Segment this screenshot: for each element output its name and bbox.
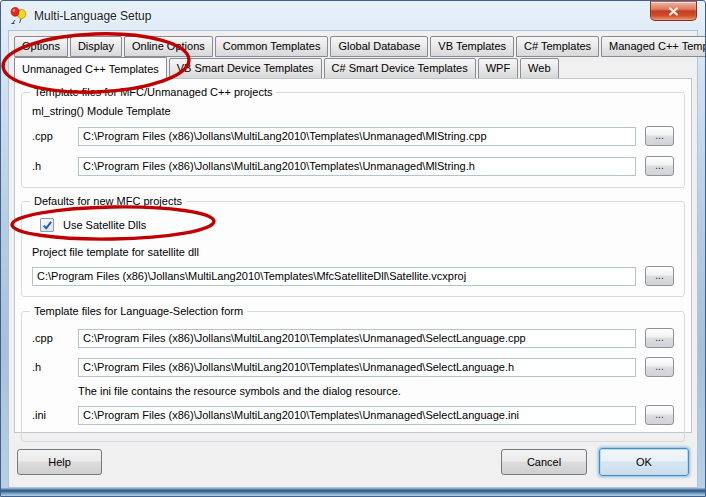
tab-unmanaged-cpp-templates[interactable]: Unmanaged C++ Templates xyxy=(14,57,167,80)
satellite-project-browse-button[interactable]: ... xyxy=(645,266,674,286)
tab-web[interactable]: Web xyxy=(520,58,558,79)
langsel-h-path-input[interactable] xyxy=(78,358,636,377)
group-title: Template files for Language-Selection fo… xyxy=(30,305,247,318)
title-bar[interactable]: Multi-Language Setup xyxy=(1,1,705,30)
langsel-cpp-path-input[interactable] xyxy=(78,329,636,348)
window-title: Multi-Language Setup xyxy=(34,9,151,23)
tab-csharp-smart-device-templates[interactable]: C# Smart Device Templates xyxy=(324,58,476,79)
dialog-multi-language-setup: Multi-Language Setup Options Display Onl… xyxy=(0,0,706,497)
tabpage-unmanaged-cpp-templates: Template files for MFC/Unmanaged C++ pro… xyxy=(14,78,692,433)
mfc-cpp-path-input[interactable] xyxy=(78,127,636,146)
h-file-label: .h xyxy=(32,361,78,373)
dialog-client-area: Options Display Online Options Common Te… xyxy=(8,30,698,488)
tab-global-database[interactable]: Global Database xyxy=(330,36,428,57)
close-icon xyxy=(668,7,679,16)
cancel-button[interactable]: Cancel xyxy=(501,449,587,475)
langsel-ini-path-input[interactable] xyxy=(78,406,636,425)
tab-managed-cpp-templates[interactable]: Managed C++ Templates xyxy=(601,36,706,57)
langsel-ini-browse-button[interactable]: ... xyxy=(645,405,674,425)
tab-strip-row1: Options Display Online Options Common Te… xyxy=(14,36,692,57)
checkbox-box[interactable] xyxy=(40,218,54,232)
project-template-label: Project file template for satellite dll xyxy=(32,246,674,258)
app-icon xyxy=(10,7,28,25)
use-satellite-dlls-checkbox[interactable]: Use Satellite Dlls xyxy=(40,218,674,232)
tab-online-options[interactable]: Online Options xyxy=(124,36,213,57)
ok-button[interactable]: OK xyxy=(599,448,689,476)
mfc-cpp-browse-button[interactable]: ... xyxy=(645,126,674,146)
langsel-h-browse-button[interactable]: ... xyxy=(645,357,674,377)
ini-note: The ini file contains the resource symbo… xyxy=(78,385,674,397)
group-language-selection-form: Template files for Language-Selection fo… xyxy=(21,311,685,442)
h-file-label: .h xyxy=(32,160,78,172)
tab-csharp-templates[interactable]: C# Templates xyxy=(516,36,599,57)
tab-wpf[interactable]: WPF xyxy=(478,58,518,79)
ini-file-label: .ini xyxy=(32,409,78,421)
cpp-file-label: .cpp xyxy=(32,130,78,142)
satellite-project-path-input[interactable] xyxy=(32,267,636,286)
tab-vb-smart-device-templates[interactable]: VB Smart Device Templates xyxy=(169,58,322,79)
help-button[interactable]: Help xyxy=(17,449,102,475)
tab-options[interactable]: Options xyxy=(14,36,68,57)
group-title: Template files for MFC/Unmanaged C++ pro… xyxy=(30,86,276,99)
tab-common-templates[interactable]: Common Templates xyxy=(215,36,329,57)
footer-button-row: Help Cancel OK xyxy=(14,448,692,476)
checkmark-icon xyxy=(42,220,53,231)
module-template-label: ml_string() Module Template xyxy=(32,105,674,117)
group-defaults-new-mfc-projects: Defaults for new MFC projects Use Satell… xyxy=(21,201,685,297)
langsel-cpp-browse-button[interactable]: ... xyxy=(645,328,674,348)
mfc-h-path-input[interactable] xyxy=(78,157,636,176)
group-mfc-template-files: Template files for MFC/Unmanaged C++ pro… xyxy=(21,92,685,188)
close-button[interactable] xyxy=(650,1,697,21)
group-title: Defaults for new MFC projects xyxy=(30,195,186,208)
cpp-file-label: .cpp xyxy=(32,332,78,344)
mfc-h-browse-button[interactable]: ... xyxy=(645,156,674,176)
checkbox-label: Use Satellite Dlls xyxy=(63,219,146,231)
window-frame-bottom xyxy=(1,488,705,496)
tab-vb-templates[interactable]: VB Templates xyxy=(430,36,514,57)
tab-display[interactable]: Display xyxy=(70,36,122,57)
tab-strip-row2: Unmanaged C++ Templates VB Smart Device … xyxy=(14,58,692,79)
